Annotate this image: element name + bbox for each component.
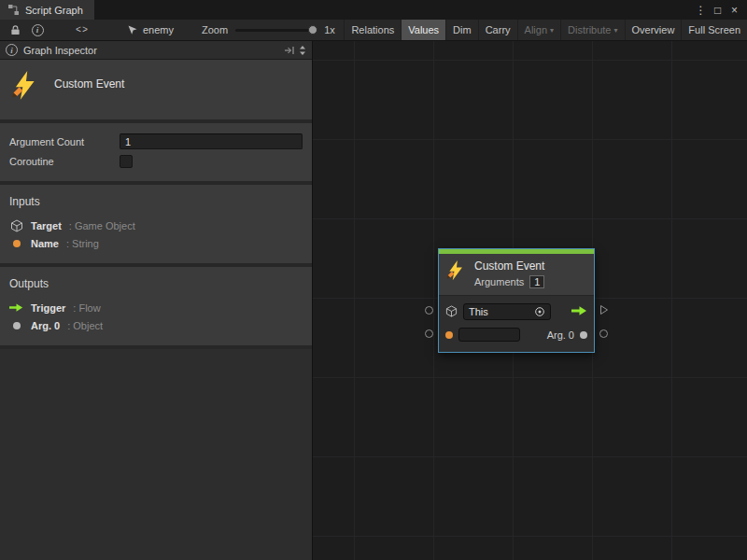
flow-arrow-icon <box>571 306 587 316</box>
port-name: Trigger <box>31 302 65 314</box>
zoom-control: Zoom 1x <box>202 23 335 36</box>
target-input-port[interactable] <box>425 306 433 315</box>
zoom-slider-track[interactable] <box>235 29 317 32</box>
event-settings-block: Argument Count Coroutine <box>0 123 312 181</box>
values-button[interactable]: Values <box>401 20 445 40</box>
tab-title: Script Graph <box>25 5 83 16</box>
lock-icon[interactable] <box>6 21 24 38</box>
distribute-button[interactable]: Distribute▾ <box>560 20 624 40</box>
target-row: This <box>445 302 587 320</box>
graph-reference-label: enemy <box>143 24 174 35</box>
event-header-block: Custom Event <box>0 60 312 119</box>
coroutine-checkbox[interactable] <box>120 155 133 168</box>
close-icon[interactable]: × <box>726 4 742 17</box>
argument-count-row: Argument Count <box>9 132 303 151</box>
script-graph-icon <box>7 4 20 16</box>
port-name: Name <box>31 238 59 249</box>
overview-button[interactable]: Overview <box>625 20 682 40</box>
custom-event-node-wrap: Custom Event Arguments 1 <box>438 248 595 353</box>
inputs-title: Inputs <box>0 192 312 217</box>
align-button[interactable]: Align▾ <box>517 20 560 40</box>
graph-pointer-icon <box>127 24 138 35</box>
code-view-icon[interactable]: <> <box>73 21 92 38</box>
window-controls: ⋮ □ × <box>693 0 747 20</box>
zoom-slider-handle[interactable] <box>308 25 317 35</box>
arg0-label: Arg. 0 <box>547 329 574 341</box>
inspector-title: Graph Inspector <box>23 45 97 56</box>
object-port-icon <box>580 331 587 339</box>
arg0-row: Arg. 0 <box>445 326 587 343</box>
node-title: Custom Event <box>474 259 544 273</box>
custom-event-icon <box>11 71 41 101</box>
chevron-down-icon: ▾ <box>550 26 554 35</box>
output-arg0-row: Arg. 0 : Object <box>0 316 312 334</box>
port-name: Target <box>31 220 62 231</box>
relations-button[interactable]: Relations <box>344 20 401 40</box>
zoom-value: 1x <box>324 24 335 35</box>
target-dropdown[interactable]: This <box>463 303 551 320</box>
inputs-block: Inputs Target : Game Object Name : Strin… <box>0 185 312 263</box>
target-picker-icon[interactable] <box>534 306 545 317</box>
outputs-title: Outputs <box>0 274 312 299</box>
custom-event-icon <box>446 259 467 282</box>
node-header[interactable]: Custom Event Arguments 1 <box>439 254 594 296</box>
toolbar-buttons: Relations Values Dim Carry Align▾ Distri… <box>344 20 747 40</box>
stepper-icon[interactable] <box>299 45 306 56</box>
string-port-icon <box>445 331 453 339</box>
script-graph-window: Script Graph ⋮ □ × i <> enemy Zoom <box>0 0 747 560</box>
target-value: This <box>469 306 488 317</box>
object-port-icon <box>9 322 23 329</box>
tab-script-graph[interactable]: Script Graph <box>0 0 94 20</box>
argument-count-input[interactable] <box>120 133 303 149</box>
outputs-block: Outputs Trigger : Flow Arg. 0 : Object <box>0 267 312 345</box>
zoom-slider[interactable] <box>235 23 317 36</box>
info-icon: i <box>6 44 18 56</box>
chevron-down-icon: ▾ <box>614 26 618 35</box>
custom-event-node[interactable]: Custom Event Arguments 1 <box>438 248 595 353</box>
graph-inspector-panel: i Graph Inspector <box>0 41 313 560</box>
inspector-header: i Graph Inspector <box>0 41 312 60</box>
coroutine-row: Coroutine <box>9 151 303 171</box>
argument-count-label: Argument Count <box>9 136 120 147</box>
event-title: Custom Event <box>54 77 124 101</box>
node-body: This <box>439 296 594 352</box>
input-target-row: Target : Game Object <box>0 217 312 234</box>
input-name-row: Name : String <box>0 234 312 252</box>
arguments-count-field[interactable]: 1 <box>529 275 544 288</box>
flow-arrow-icon <box>9 303 23 313</box>
port-type: : Object <box>67 320 103 331</box>
name-input-port[interactable] <box>425 329 433 338</box>
carry-button[interactable]: Carry <box>478 20 517 40</box>
titlebar: Script Graph ⋮ □ × <box>0 0 747 20</box>
game-object-cube-icon <box>445 305 458 317</box>
port-type: : Flow <box>73 302 100 314</box>
arguments-label: Arguments <box>474 276 524 287</box>
kebab-menu-icon[interactable]: ⋮ <box>693 4 709 17</box>
name-input-field[interactable] <box>458 328 520 342</box>
dock-arrow-icon[interactable] <box>284 45 295 56</box>
graph-reference[interactable]: enemy <box>127 24 174 35</box>
full-screen-button[interactable]: Full Screen <box>681 20 747 40</box>
coroutine-label: Coroutine <box>9 156 120 167</box>
dim-button[interactable]: Dim <box>445 20 478 40</box>
graph-canvas[interactable]: Custom Event Arguments 1 <box>313 41 747 560</box>
zoom-label: Zoom <box>202 24 228 35</box>
game-object-cube-icon <box>9 219 23 232</box>
port-type: : Game Object <box>69 220 135 231</box>
trigger-output-port[interactable] <box>599 304 609 315</box>
port-name: Arg. 0 <box>31 320 60 331</box>
toolbar: i <> enemy Zoom 1x Relations Values Dim … <box>0 20 747 41</box>
port-type: : String <box>66 238 99 249</box>
arg0-output-port[interactable] <box>599 329 608 338</box>
inspector-empty-area <box>0 349 312 560</box>
output-trigger-row: Trigger : Flow <box>0 299 312 316</box>
maximize-icon[interactable]: □ <box>710 4 726 17</box>
info-toggle-icon[interactable]: i <box>28 21 47 38</box>
string-port-icon <box>9 240 23 247</box>
